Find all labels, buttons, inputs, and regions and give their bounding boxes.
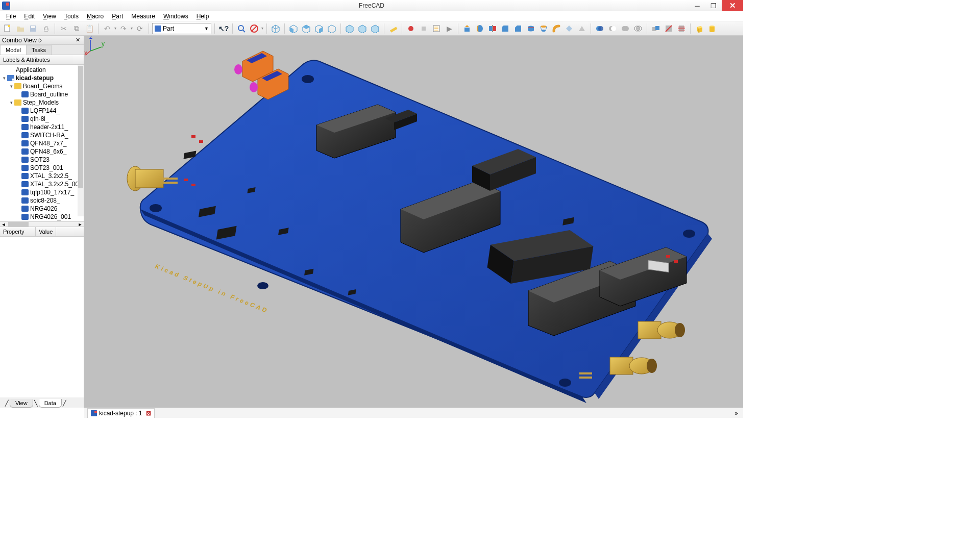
svg-point-28	[611, 26, 616, 31]
panel-dock-button[interactable]: ◇	[37, 37, 43, 43]
cube-button[interactable]	[694, 23, 705, 34]
rear-view-button[interactable]	[326, 23, 337, 34]
cross-sections-button[interactable]	[676, 23, 687, 34]
tree-node[interactable]: SOT23_	[0, 156, 84, 164]
top-view-button[interactable]	[301, 23, 312, 34]
save-button[interactable]	[28, 23, 39, 34]
cut-button[interactable]: ✂	[58, 23, 69, 34]
refresh-button[interactable]: ⟳	[134, 23, 145, 34]
menu-help[interactable]: Help	[192, 12, 213, 21]
tab-tasks[interactable]: Tasks	[26, 45, 52, 55]
tree-node[interactable]: XTAL_3.2x2.5_00	[0, 180, 84, 188]
ruled-surface-button[interactable]	[525, 23, 536, 34]
prop-tab-data[interactable]: Data	[39, 399, 62, 408]
left-view-button[interactable]	[357, 23, 368, 34]
macro-list-button[interactable]	[431, 23, 442, 34]
tree-node[interactable]: ▾kicad-stepup	[0, 74, 84, 82]
macro-stop-button[interactable]	[418, 23, 429, 34]
front-view-button[interactable]	[288, 23, 299, 34]
tree-node[interactable]: ▾Step_Models	[0, 98, 84, 107]
axo-view-button[interactable]	[370, 23, 381, 34]
menu-view[interactable]: View	[39, 12, 60, 21]
compound-button[interactable]	[650, 23, 662, 34]
menu-edit[interactable]: Edit	[20, 12, 39, 21]
fit-view-button[interactable]	[236, 23, 247, 34]
svg-point-26	[598, 26, 603, 31]
minimize-button[interactable]: ─	[689, 0, 705, 11]
extrude-button[interactable]	[461, 23, 473, 34]
menu-file[interactable]: File	[2, 12, 20, 21]
print-button[interactable]: ⎙	[40, 23, 52, 34]
doc-tab-close[interactable]: ⊠	[146, 410, 151, 417]
tree-node[interactable]: tqfp100_17x17_	[0, 188, 84, 196]
menu-macro[interactable]: Macro	[83, 12, 108, 21]
svg-line-7	[252, 26, 257, 31]
menu-tools[interactable]: Tools	[60, 12, 83, 21]
chamfer-button[interactable]	[512, 23, 524, 34]
cylinder-button[interactable]	[706, 23, 718, 34]
menu-measure[interactable]: Measure	[127, 12, 159, 21]
tree-node[interactable]: ▾Board_Geoms	[0, 82, 84, 90]
macro-record-button[interactable]	[405, 23, 416, 34]
svg-point-75	[234, 64, 242, 74]
offset-button[interactable]	[564, 23, 575, 34]
svg-rect-58	[199, 140, 203, 143]
tree-node[interactable]: qfn-8l_	[0, 115, 84, 123]
statusbar-overflow[interactable]: »	[732, 410, 740, 417]
tab-model[interactable]: Model	[0, 45, 27, 55]
workbench-selector[interactable]: Part ▼	[152, 23, 211, 34]
svg-point-48	[257, 282, 268, 289]
mirror-button[interactable]	[487, 23, 498, 34]
thickness-button[interactable]	[576, 23, 587, 34]
svg-rect-17	[489, 26, 492, 31]
tree-hscrollbar[interactable]: ◄►	[0, 221, 84, 227]
tree-node[interactable]: XTAL_3.2x2.5_	[0, 172, 84, 180]
tree-node[interactable]: soic8-208_	[0, 196, 84, 205]
redo-button[interactable]: ↷	[118, 23, 129, 34]
measure-button[interactable]	[387, 23, 399, 34]
sweep-button[interactable]	[551, 23, 562, 34]
right-view-button[interactable]	[313, 23, 325, 34]
new-doc-button[interactable]	[2, 23, 13, 34]
cut-bool-button[interactable]	[607, 23, 618, 34]
tree-node[interactable]: NRG4026_	[0, 205, 84, 213]
prop-tab-view[interactable]: View	[10, 399, 33, 408]
tree-node[interactable]: header-2x11_	[0, 123, 84, 131]
tree-node[interactable]: NRG4026_001	[0, 213, 84, 221]
doc-tab-icon	[91, 410, 97, 416]
close-button[interactable]: ✕	[722, 0, 743, 11]
whats-this-button[interactable]: ↖?	[218, 23, 229, 34]
tree-node[interactable]: SWITCH-RA_	[0, 131, 84, 139]
copy-button[interactable]: ⧉	[71, 23, 82, 34]
intersect-button[interactable]	[632, 23, 644, 34]
open-button[interactable]	[15, 23, 26, 34]
document-tab[interactable]: kicad-stepup : 1 ⊠	[87, 408, 155, 418]
iso-view-button[interactable]	[270, 23, 281, 34]
statusbar: kicad-stepup : 1 ⊠ »	[84, 408, 743, 418]
menu-windows[interactable]: Windows	[159, 12, 192, 21]
maximize-button[interactable]: ❐	[705, 0, 722, 11]
panel-close-button[interactable]: ✕	[74, 37, 82, 43]
tree-node[interactable]: Board_outline	[0, 90, 84, 98]
undo-button[interactable]: ↶	[102, 23, 113, 34]
tree-node[interactable]: Application	[0, 66, 84, 74]
model-tree[interactable]: Application▾kicad-stepup▾Board_GeomsBoar…	[0, 65, 84, 221]
macro-run-button[interactable]: ▶	[444, 23, 455, 34]
tree-node[interactable]: SOT23_001	[0, 164, 84, 172]
section-button[interactable]	[663, 23, 674, 34]
panel-title: Combo View	[2, 37, 37, 44]
3d-viewport[interactable]: Kicad StepUp in FreeCAD z y x	[84, 36, 743, 408]
tree-node[interactable]: QFN48_6x6_	[0, 147, 84, 156]
revolve-button[interactable]	[474, 23, 485, 34]
boolean-button[interactable]	[594, 23, 605, 34]
menu-part[interactable]: Part	[108, 12, 127, 21]
bottom-view-button[interactable]	[344, 23, 355, 34]
union-button[interactable]	[620, 23, 631, 34]
paste-button[interactable]: 📋	[84, 23, 95, 34]
tree-node[interactable]: QFN48_7x7_	[0, 139, 84, 147]
tree-vscrollbar[interactable]	[78, 65, 84, 216]
loft-button[interactable]	[538, 23, 549, 34]
draw-style-button[interactable]	[249, 23, 260, 34]
fillet-button[interactable]	[500, 23, 511, 34]
tree-node[interactable]: LQFP144_	[0, 107, 84, 115]
